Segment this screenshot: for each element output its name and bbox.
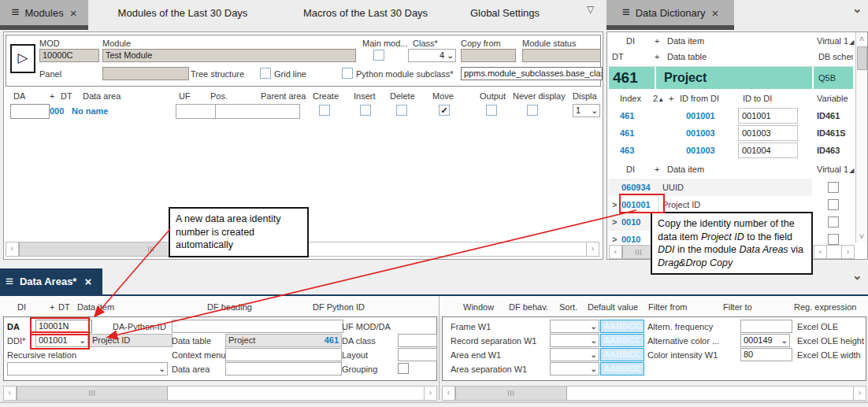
plus-icon[interactable]: + [669, 94, 673, 103]
scrollbar-thumb[interactable]: ||| [455, 387, 567, 400]
col-insert: Insert [354, 91, 376, 101]
scroll-up-icon[interactable]: ˄ [856, 34, 867, 43]
plus-icon[interactable]: + [655, 165, 659, 174]
copy-from-field[interactable] [461, 49, 516, 62]
plus-icon[interactable]: + [655, 52, 659, 61]
area-end-w1-color-chip[interactable]: AABBCC [600, 348, 644, 361]
scroll-down-icon[interactable]: ˅ [856, 231, 867, 241]
python-subclass-field[interactable]: ppms.module_subclasses.base_clas [461, 67, 603, 80]
class-dropdown[interactable]: 4 ⌄ [408, 49, 456, 62]
alternative-color-dropdown[interactable]: 000149 ⌄ [740, 334, 790, 347]
id-to-cell[interactable]: 001001 [738, 108, 798, 124]
scroll-left-icon[interactable]: ‹ [4, 387, 17, 400]
excel-ole-height-label: Excel OLE height [797, 336, 864, 346]
module-field[interactable]: Test Module [102, 49, 356, 62]
chevron-down-icon[interactable]: ⌄ [852, 268, 862, 283]
chevron-down-icon[interactable]: ⌄ [852, 2, 862, 16]
bottom-left-h-scrollbar[interactable]: ‹ ||| › [3, 386, 437, 401]
panel-field[interactable] [102, 67, 189, 80]
tab-data-areas[interactable]: ≡ Data Areas* × [0, 268, 102, 294]
tab-overflow-icon[interactable]: ▽ [587, 4, 594, 15]
scroll-left-icon[interactable]: ‹ [6, 242, 19, 256]
context-menu-field[interactable] [225, 348, 342, 361]
move-checkbox[interactable]: ✓ [439, 105, 450, 116]
frame-w1-color-chip[interactable]: AABBCC [600, 320, 644, 333]
mod-field[interactable]: 10000C [39, 49, 99, 62]
grid-line-checkbox[interactable] [260, 68, 271, 79]
virtual-checkbox[interactable] [828, 216, 839, 228]
virtual-checkbox[interactable] [828, 182, 839, 193]
area-separation-w1-dropdown[interactable]: ⌄ [550, 362, 599, 376]
area-end-w1-dropdown[interactable]: ⌄ [550, 348, 599, 361]
da-python-id-field[interactable] [172, 320, 343, 333]
tab-modules[interactable]: ≡ Modules × [0, 0, 88, 25]
id-to-cell[interactable]: 001003 [738, 125, 798, 141]
main-mod-checkbox[interactable] [373, 50, 384, 61]
color-intensity-w1-field[interactable]: 80 [740, 348, 792, 361]
insert-checkbox[interactable] [360, 105, 371, 116]
dropdown-icon: ⌄ [592, 105, 598, 117]
frame-w1-dropdown[interactable]: ⌄ [550, 320, 599, 333]
tab-modules-last-30-days[interactable]: Modules of the Last 30 Days [88, 0, 277, 25]
data-area-cell[interactable]: No name [72, 106, 108, 116]
selected-table-row[interactable]: 461 Project Q5B [607, 67, 855, 90]
tab-global-settings[interactable]: Global Settings [454, 0, 556, 25]
parent-area-cell-input[interactable] [215, 104, 300, 119]
python-subclass-checkbox[interactable] [342, 68, 353, 79]
tab-macros-last-30-days[interactable]: Macros of the Last 30 Days [277, 0, 454, 25]
scroll-right-icon[interactable]: › [424, 387, 436, 400]
tab-data-dictionary[interactable]: ≡ Data Dictionary × [606, 0, 734, 25]
run-button[interactable]: ▷ [10, 44, 35, 73]
id-to-cell[interactable]: 001004 [738, 142, 798, 158]
close-icon[interactable]: × [712, 6, 719, 20]
virtual-checkbox[interactable] [828, 199, 839, 210]
displa-dropdown[interactable]: 1 ⌄ [573, 104, 600, 117]
hamburger-icon[interactable]: ≡ [6, 274, 13, 290]
plus-icon[interactable]: + [50, 302, 54, 312]
scroll-right-icon[interactable]: › [853, 387, 866, 400]
plus-icon[interactable]: + [655, 36, 659, 46]
expand-icon[interactable]: > [612, 200, 617, 209]
scroll-right-icon[interactable]: › [841, 246, 854, 258]
never-display-checkbox[interactable] [527, 105, 538, 116]
altern-frequency-field[interactable] [740, 320, 792, 333]
record-separation-w1-color-chip[interactable]: AABBCC [600, 334, 644, 347]
hamburger-icon[interactable]: ≡ [12, 5, 20, 20]
scroll-left-icon[interactable]: ‹ [443, 387, 455, 400]
expand-icon[interactable]: > [612, 217, 617, 227]
recursive-relation-dropdown[interactable]: ⌄ [7, 362, 168, 376]
bottom-right-h-scrollbar[interactable]: ‹ ||| › [442, 386, 866, 401]
col-create: Create [313, 91, 339, 101]
scrollbar-thumb[interactable] [857, 46, 867, 70]
close-icon[interactable]: × [84, 275, 91, 288]
create-checkbox[interactable] [319, 105, 330, 116]
close-icon[interactable]: × [70, 6, 77, 20]
layout-field[interactable] [398, 348, 437, 361]
delete-checkbox[interactable] [396, 105, 407, 116]
dropdown-icon: ⌄ [159, 363, 165, 375]
grouping-checkbox[interactable] [398, 363, 409, 374]
module-status-field[interactable] [522, 49, 601, 62]
grid-line-label: Grid line [274, 69, 306, 79]
displa-value: 1 [576, 105, 581, 115]
da-cell-input[interactable] [10, 104, 50, 119]
check-icon: ✓ [440, 105, 447, 115]
dict-side-h-scrollbar[interactable]: ‹ › [814, 245, 855, 259]
scroll-right-icon[interactable]: › [586, 242, 599, 256]
scrollbar-thumb[interactable]: ||| [17, 387, 168, 400]
scroll-left-icon[interactable]: ‹ [610, 246, 622, 258]
data-area-field[interactable] [225, 362, 342, 376]
scroll-left-icon[interactable]: ‹ [814, 246, 827, 258]
id-from-di-header: ID from DI [680, 94, 719, 103]
color-intensity-w1-label: Color intensity W1 [647, 350, 718, 360]
da-class-field[interactable] [398, 334, 437, 347]
uf-cell-input[interactable] [176, 104, 218, 119]
dict-v-scrollbar[interactable]: ˄ ˅ [855, 32, 867, 242]
record-separation-w1-dropdown[interactable]: ⌄ [550, 334, 599, 347]
output-checkbox[interactable] [486, 105, 497, 116]
hamburger-icon[interactable]: ≡ [622, 5, 630, 20]
area-separation-w1-color-chip[interactable]: AABBCC [600, 362, 644, 376]
plus-icon[interactable]: + [50, 91, 54, 101]
virtual-checkbox[interactable] [828, 234, 839, 245]
expand-icon[interactable]: > [612, 235, 617, 244]
